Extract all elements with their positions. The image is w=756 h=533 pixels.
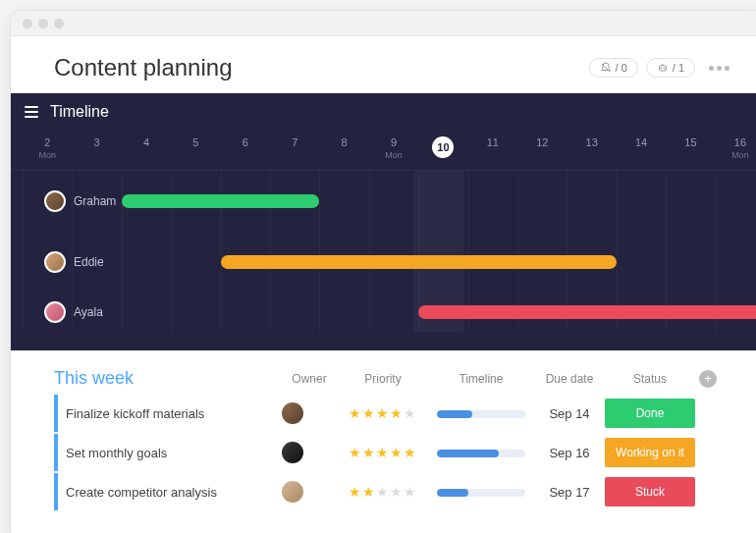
column-header-owner: Owner — [280, 372, 339, 386]
traffic-light-minimize[interactable] — [38, 19, 48, 28]
gantt-row-label: Ayala — [44, 301, 103, 323]
task-name: Set monthly goals — [66, 446, 280, 460]
date-column[interactable]: 9Mon — [369, 131, 418, 170]
priority-stars[interactable]: ★★★★★ — [349, 405, 417, 421]
traffic-light-close[interactable] — [23, 19, 32, 28]
date-axis: 2Mon3456789Mon10111213141516Mon — [11, 131, 756, 171]
owner-avatar[interactable] — [280, 479, 305, 505]
svg-point-2 — [661, 68, 662, 69]
task-row[interactable]: Create competitor analysis★★★★★Sep 17Stu… — [54, 473, 735, 510]
section-title: This week — [54, 368, 134, 388]
header-actions: / 0 / 1 — [589, 58, 735, 78]
person-name: Eddie — [74, 255, 104, 269]
bell-off-icon — [600, 62, 612, 74]
date-column[interactable]: 7 — [270, 131, 319, 170]
date-column[interactable]: 3 — [72, 131, 121, 170]
date-column[interactable]: 5 — [171, 131, 220, 170]
column-header-timeline: Timeline — [427, 372, 535, 386]
task-row[interactable]: Set monthly goals★★★★★Sep 16Working on i… — [54, 434, 735, 471]
this-week-section: This week Owner Priority Timeline Due da… — [11, 350, 756, 510]
status-badge[interactable]: Working on it — [605, 438, 695, 467]
dot-icon — [725, 66, 729, 71]
column-header-status: Status — [604, 372, 696, 386]
date-number: 16 — [716, 136, 756, 148]
person-name: Ayala — [74, 305, 103, 319]
date-column[interactable]: 13 — [567, 131, 616, 170]
date-number: 10 — [432, 136, 454, 158]
date-column[interactable]: 4 — [122, 131, 171, 170]
date-number: 9 — [369, 136, 418, 148]
gantt-bar[interactable] — [418, 305, 756, 319]
date-number: 8 — [319, 136, 368, 148]
column-header-due: Due date — [535, 372, 604, 386]
date-column[interactable]: 11 — [468, 131, 517, 170]
date-number: 13 — [567, 136, 616, 148]
date-column[interactable]: 15 — [666, 131, 715, 170]
window-titlebar — [11, 11, 756, 36]
gantt-row: Eddie — [23, 232, 756, 293]
notifications-badge[interactable]: / 0 — [589, 58, 638, 78]
person-name: Graham — [74, 194, 116, 208]
hamburger-icon[interactable] — [25, 106, 38, 118]
date-number: 12 — [517, 136, 567, 148]
date-number: 7 — [270, 136, 319, 148]
traffic-light-zoom[interactable] — [54, 19, 64, 28]
gantt-row: Ayala — [23, 293, 756, 332]
dot-icon — [709, 66, 714, 71]
date-column[interactable]: 12 — [517, 131, 567, 170]
due-date: Sep 14 — [535, 406, 604, 421]
date-number: 15 — [666, 136, 715, 148]
status-badge[interactable]: Done — [605, 399, 695, 428]
date-column[interactable]: 6 — [221, 131, 270, 170]
priority-stars[interactable]: ★★★★★ — [349, 445, 417, 460]
timeline-bar[interactable] — [437, 410, 525, 418]
due-date: Sep 17 — [535, 485, 604, 500]
timeline-title: Timeline — [50, 103, 109, 121]
gantt-row: Graham — [23, 171, 756, 232]
date-number: 6 — [221, 136, 270, 148]
priority-stars[interactable]: ★★★★★ — [349, 484, 417, 500]
date-number: 14 — [617, 136, 666, 148]
date-dayofweek: Mon — [23, 150, 72, 160]
task-name: Create competitor analysis — [66, 485, 280, 500]
timeline-bar[interactable] — [437, 450, 525, 457]
avatar[interactable] — [44, 251, 66, 273]
date-column[interactable]: 8 — [319, 131, 368, 170]
robot-icon — [657, 62, 669, 74]
column-header-priority: Priority — [339, 372, 427, 386]
owner-avatar[interactable] — [280, 400, 305, 426]
task-row[interactable]: Finalize kickoff materials★★★★★Sep 14Don… — [54, 395, 735, 432]
avatar[interactable] — [44, 301, 66, 323]
add-column-button[interactable]: + — [699, 370, 717, 388]
date-number: 3 — [72, 136, 121, 148]
date-number: 4 — [122, 136, 171, 148]
table-header-row: This week Owner Priority Timeline Due da… — [54, 366, 735, 395]
gantt-row-label: Eddie — [44, 251, 104, 273]
date-number: 2 — [23, 136, 72, 148]
date-column[interactable]: 10 — [418, 131, 467, 170]
gantt-row-label: Graham — [44, 190, 116, 212]
gantt-bar[interactable] — [122, 194, 320, 208]
owner-avatar[interactable] — [280, 440, 305, 465]
svg-point-3 — [664, 68, 665, 69]
page-header: Content planning / 0 / 1 — [11, 36, 756, 93]
avatar[interactable] — [44, 190, 66, 212]
app-window: Content planning / 0 / 1 Timeline 2Mon34… — [10, 10, 756, 533]
due-date: Sep 16 — [535, 446, 604, 460]
date-dayofweek: Mon — [716, 150, 756, 160]
page-title: Content planning — [54, 54, 232, 81]
gantt-bar[interactable] — [221, 255, 617, 269]
date-column[interactable]: 14 — [617, 131, 666, 170]
more-menu-button[interactable] — [703, 60, 735, 77]
date-dayofweek: Mon — [369, 150, 418, 160]
status-badge[interactable]: Stuck — [605, 477, 695, 506]
timeline-bar[interactable] — [437, 489, 525, 497]
date-column[interactable]: 2Mon — [23, 131, 72, 170]
task-name: Finalize kickoff materials — [66, 406, 280, 421]
date-column[interactable]: 16Mon — [716, 131, 756, 170]
timeline-panel: Timeline 2Mon3456789Mon10111213141516Mon… — [11, 93, 756, 350]
date-number: 5 — [171, 136, 220, 148]
dot-icon — [717, 66, 722, 71]
date-number: 11 — [468, 136, 517, 148]
automation-badge[interactable]: / 1 — [646, 58, 695, 78]
